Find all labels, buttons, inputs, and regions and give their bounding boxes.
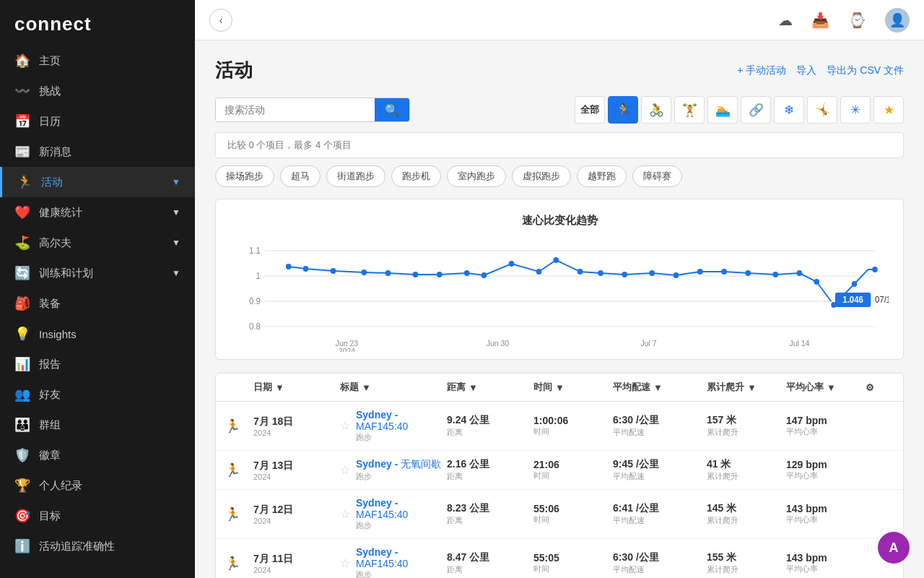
search-input[interactable] — [216, 98, 375, 121]
sidebar-item-health[interactable]: ❤️ 健康统计 ▼ — [0, 197, 195, 228]
sidebar-item-label: 高尔夫 — [39, 236, 71, 250]
filter-rope-button[interactable]: 🔗 — [741, 96, 771, 124]
row-hr: 129 bpm 平均心率 — [786, 459, 866, 481]
star-icon[interactable]: ☆ — [340, 419, 350, 433]
sidebar-item-gear[interactable]: 🎒 装备 — [0, 288, 195, 319]
star-icon[interactable]: ☆ — [340, 463, 350, 477]
sidebar-item-training[interactable]: 🔄 训练和计划 ▼ — [0, 258, 195, 288]
sidebar-item-insights[interactable]: 💡 Insights — [0, 319, 195, 349]
sidebar-item-label: 活动 — [41, 176, 63, 189]
import-button[interactable]: 导入 — [796, 64, 816, 77]
back-button[interactable]: ‹ — [209, 9, 232, 32]
subtype-street-button[interactable]: 街道跑步 — [326, 165, 385, 187]
row-time: 21:06 时间 — [533, 459, 613, 481]
row-time: 55:05 时间 — [533, 552, 613, 574]
filter-row: 🔍 全部 🏃 🚴 🏋 🏊 🔗 ❄ 🤸 ✳ ★ — [215, 96, 904, 124]
subtype-indoor-button[interactable]: 室内跑步 — [447, 165, 506, 187]
svg-point-34 — [797, 270, 803, 276]
svg-text:Jul 7: Jul 7 — [640, 339, 656, 348]
svg-text:07/12: 07/12 — [875, 295, 889, 304]
topbar: ‹ ☁ 📥 ⌚ 👤 — [195, 0, 924, 40]
sidebar-item-label: 新消息 — [39, 145, 71, 159]
svg-point-19 — [437, 272, 443, 277]
subtype-virtual-button[interactable]: 虚拟跑步 — [512, 165, 571, 187]
add-manual-activity-button[interactable]: + 手动活动 — [737, 64, 786, 77]
subtype-track-button[interactable]: 操场跑步 — [215, 165, 274, 187]
activities-icon: 🏃 — [17, 174, 32, 190]
table-header: 日期 ▼ 标题 ▼ 距离 ▼ 时间 ▼ 平均配速 ▼ 累计爬升 ▼ 平均心率 ▼… — [216, 374, 903, 402]
filter-snow-button[interactable]: ❄ — [774, 96, 804, 124]
table-row: 🏃 7月 13日 2024 ☆ Sydney - 无氧间歇 跑步 2.16 公里… — [216, 451, 903, 490]
sidebar: connect 🏠 主页 〰️ 挑战 📅 日历 📰 新消息 🏃 活动 ▼ ❤️ … — [0, 0, 195, 578]
sidebar-item-records[interactable]: 🏆 个人纪录 — [0, 470, 195, 501]
sidebar-item-groups[interactable]: 👪 群组 — [0, 410, 195, 440]
sidebar-item-challenges[interactable]: 〰️ 挑战 — [0, 76, 195, 106]
subtype-obstacle-button[interactable]: 障碍赛 — [632, 165, 682, 187]
chart-title: 速心比变化趋势 — [230, 214, 889, 228]
row-elevation: 41 米 累计爬升 — [707, 458, 786, 482]
accessibility-button[interactable]: A — [878, 532, 910, 564]
table-row: 🏃 7月 11日 2024 ☆ Sydney - MAF145:40 跑步 8.… — [216, 539, 903, 578]
col-hr-header[interactable]: 平均心率 ▼ — [786, 381, 866, 394]
row-elevation: 145 米 累计爬升 — [707, 502, 786, 526]
sidebar-item-activities[interactable]: 🏃 活动 ▼ — [0, 167, 195, 197]
filter-starred-button[interactable]: ★ — [873, 96, 904, 124]
subtype-ultra-button[interactable]: 超马 — [280, 165, 321, 187]
sidebar-item-goals[interactable]: 🎯 目标 — [0, 501, 195, 531]
svg-text:0.9: 0.9 — [249, 296, 261, 306]
page-header: 活动 + 手动活动 导入 导出为 CSV 文件 — [215, 58, 904, 83]
news-icon: 📰 — [14, 144, 30, 160]
sidebar-item-news[interactable]: 📰 新消息 — [0, 137, 195, 167]
table-row: 🏃 7月 12日 2024 ☆ Sydney - MAF145:40 跑步 8.… — [216, 490, 903, 539]
search-button[interactable]: 🔍 — [375, 98, 409, 121]
svg-point-38 — [872, 267, 878, 272]
col-pace-header[interactable]: 平均配速 ▼ — [613, 381, 707, 394]
filter-yoga-button[interactable]: 🤸 — [807, 96, 837, 124]
star-icon[interactable]: ☆ — [340, 556, 350, 570]
tracking-icon: ℹ️ — [14, 538, 30, 554]
filter-strength-button[interactable]: 🏋 — [674, 96, 705, 124]
row-elevation: 155 米 累计爬升 — [707, 551, 786, 575]
col-title-header[interactable]: 标题 ▼ — [340, 381, 447, 394]
col-settings-header[interactable]: ⚙ — [866, 381, 894, 394]
svg-point-13 — [286, 264, 292, 269]
sidebar-item-tracking[interactable]: ℹ️ 活动追踪准确性 — [0, 531, 195, 561]
sidebar-item-label: 群组 — [39, 418, 61, 432]
col-time-header[interactable]: 时间 ▼ — [533, 381, 613, 394]
sidebar-item-friends[interactable]: 👥 好友 — [0, 379, 195, 410]
row-title: ☆ Sydney - MAF145:40 跑步 — [340, 497, 447, 531]
star-icon[interactable]: ☆ — [340, 507, 350, 521]
sidebar-item-label: 健康统计 — [39, 206, 82, 220]
row-date: 7月 11日 2024 — [253, 553, 340, 574]
filter-bike-button[interactable]: 🚴 — [641, 96, 671, 124]
sidebar-item-calendar[interactable]: 📅 日历 — [0, 106, 195, 137]
chevron-down-icon: ▼ — [172, 207, 180, 217]
filter-all-button[interactable]: 全部 — [575, 96, 605, 124]
page-actions: + 手动活动 导入 导出为 CSV 文件 — [737, 64, 904, 77]
row-time: 1:00:06 时间 — [533, 415, 613, 437]
subtype-treadmill-button[interactable]: 跑步机 — [391, 165, 441, 187]
col-elevation-header[interactable]: 累计爬升 ▼ — [707, 381, 786, 394]
col-distance-header[interactable]: 距离 ▼ — [447, 381, 533, 394]
filter-run-button[interactable]: 🏃 — [608, 96, 638, 124]
export-csv-button[interactable]: 导出为 CSV 文件 — [827, 64, 904, 77]
sidebar-item-reports[interactable]: 📊 报告 — [0, 349, 195, 379]
gear-icon: 🎒 — [14, 296, 30, 311]
col-date-header[interactable]: 日期 ▼ — [253, 381, 340, 394]
user-avatar[interactable]: 👤 — [885, 8, 910, 33]
sidebar-item-golf[interactable]: ⛳ 高尔夫 ▼ — [0, 228, 195, 258]
cloud-upload-icon[interactable]: ☁ — [778, 12, 793, 29]
svg-point-15 — [331, 268, 336, 274]
insights-icon: 💡 — [14, 326, 30, 342]
filter-other-button[interactable]: ✳ — [840, 96, 871, 124]
filter-swim-button[interactable]: 🏊 — [707, 96, 738, 124]
row-activity-icon: 🏃 — [225, 462, 253, 478]
svg-point-20 — [464, 270, 470, 276]
svg-text:1: 1 — [256, 271, 260, 280]
watch-icon[interactable]: ⌚ — [848, 12, 866, 29]
sidebar-item-home[interactable]: 🏠 主页 — [0, 46, 195, 76]
sidebar-item-badges[interactable]: 🛡️ 徽章 — [0, 440, 195, 470]
subtype-trail-button[interactable]: 越野跑 — [577, 165, 627, 187]
inbox-icon[interactable]: 📥 — [811, 12, 829, 29]
row-hr: 147 bpm 平均心率 — [786, 415, 866, 437]
